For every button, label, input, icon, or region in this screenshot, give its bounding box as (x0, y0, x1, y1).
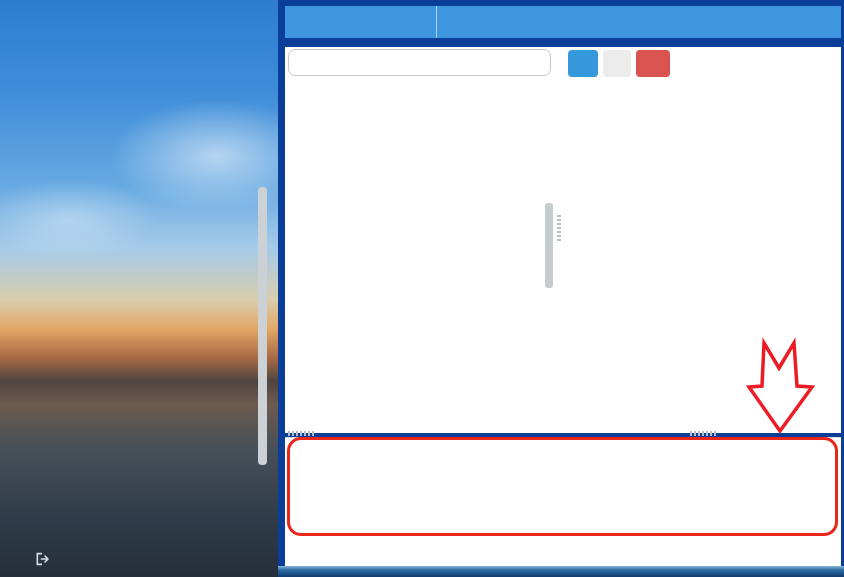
save-button[interactable] (603, 50, 631, 77)
search-input[interactable] (288, 49, 551, 76)
editor-toolbar (562, 47, 841, 80)
code-editor[interactable] (562, 80, 841, 433)
panel-splitter-horizontal[interactable] (288, 431, 314, 436)
create-button[interactable] (568, 50, 598, 77)
script-tree (285, 76, 562, 433)
sidebar-footer (13, 551, 56, 567)
tools-submenu (0, 0, 278, 7)
delete-button[interactable] (636, 50, 670, 77)
window-bottom-edge (278, 566, 844, 577)
logout-icon (34, 551, 50, 567)
panel-splitter-vertical[interactable] (557, 215, 561, 241)
header-bar (285, 6, 841, 38)
mychat-admin-window (0, 0, 844, 577)
panel-splitter-horizontal[interactable] (690, 431, 716, 436)
script-tree-panel (285, 47, 562, 433)
code-editor-panel (562, 47, 841, 433)
sidebar (0, 0, 278, 577)
tree-scrollbar[interactable] (545, 203, 553, 288)
logout-button[interactable] (34, 551, 56, 567)
page-title-tab (285, 6, 437, 38)
log-console (285, 437, 841, 566)
breadcrumb (437, 6, 455, 38)
sidebar-scrollbar[interactable] (258, 187, 267, 465)
log-lines (285, 438, 841, 446)
